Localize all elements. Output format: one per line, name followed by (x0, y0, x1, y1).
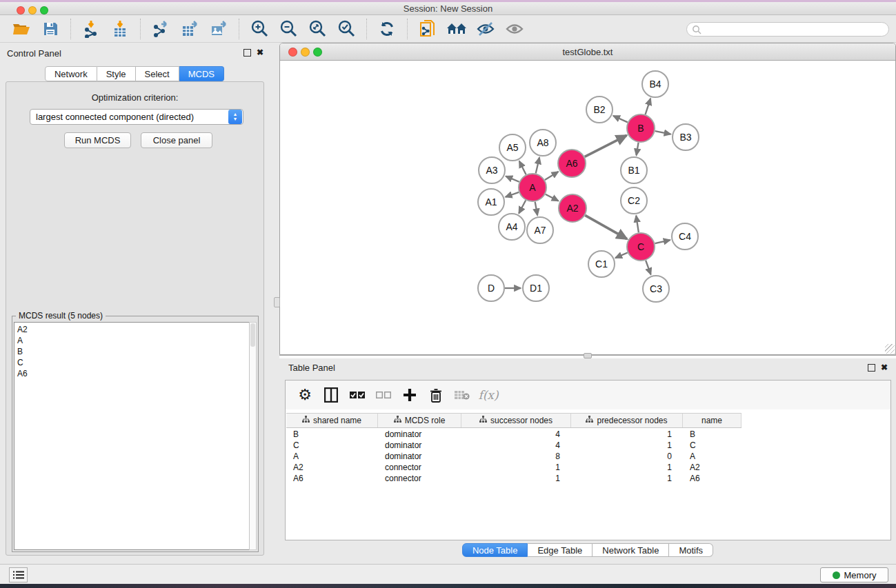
column-header-successor-nodes[interactable]: successor nodes (461, 414, 571, 427)
cell-successor-nodes[interactable]: 1 (461, 473, 571, 484)
cell-MCDS-role[interactable]: connector (378, 473, 461, 484)
column-header-shared-name[interactable]: shared name (286, 414, 378, 427)
network-canvas[interactable]: AA5A8A3A1A4A7A6A2BB2B4B3B1CC2C4C1C3DD1 (281, 61, 895, 354)
edge-B-B1[interactable] (637, 143, 639, 156)
node-C3[interactable]: C3 (643, 276, 669, 302)
node-A5[interactable]: A5 (499, 134, 526, 161)
node-C1[interactable]: C1 (588, 251, 615, 277)
cell-name[interactable]: A6 (683, 473, 741, 484)
tab-network[interactable]: Network (45, 66, 97, 81)
cell-name[interactable]: B (683, 429, 741, 440)
open-folder-icon[interactable] (11, 19, 32, 39)
table-row[interactable]: A6connector11A6 (286, 473, 741, 484)
edge-A-A1[interactable] (506, 192, 519, 197)
vertical-split-handle[interactable] (274, 297, 280, 307)
result-list-item[interactable]: A (17, 335, 250, 346)
save-icon[interactable] (40, 19, 61, 39)
zoom-out-icon[interactable] (278, 19, 299, 39)
edge-A-A2[interactable] (546, 194, 559, 201)
edge-C-C4[interactable] (655, 240, 670, 243)
cell-predecessor-nodes[interactable]: 1 (571, 429, 683, 440)
node-B1[interactable]: B1 (621, 157, 647, 183)
zoom-selected-icon[interactable] (336, 19, 357, 39)
node-B3[interactable]: B3 (673, 124, 699, 150)
mcds-result-list[interactable]: A2ABCA6 (14, 322, 250, 550)
node-A2[interactable]: A2 (559, 194, 586, 222)
cell-predecessor-nodes[interactable]: 1 (571, 462, 683, 473)
cell-shared-name[interactable]: C (286, 440, 378, 451)
edge-C-C3[interactable] (646, 261, 650, 275)
task-history-button[interactable] (9, 567, 28, 582)
edge-B-B4[interactable] (646, 99, 651, 114)
cell-predecessor-nodes[interactable]: 0 (571, 451, 683, 462)
result-list-item[interactable]: B (17, 346, 250, 357)
tab-style[interactable]: Style (97, 66, 136, 81)
run-mcds-button[interactable]: Run MCDS (64, 132, 131, 148)
tab-mcds[interactable]: MCDS (179, 66, 224, 81)
cell-shared-name[interactable]: A (286, 451, 378, 462)
table-row[interactable]: A2connector11A2 (286, 462, 741, 473)
cell-MCDS-role[interactable]: dominator (378, 429, 461, 440)
float-table-panel-icon[interactable] (868, 364, 875, 372)
edge-A-A3[interactable] (506, 176, 519, 182)
node-C2[interactable]: C2 (621, 187, 647, 214)
gear-icon[interactable]: ⚙ (295, 385, 315, 405)
node-C4[interactable]: C4 (672, 223, 698, 250)
node-A4[interactable]: A4 (499, 214, 525, 240)
edge-B-B3[interactable] (655, 131, 671, 134)
cell-shared-name[interactable]: A6 (286, 473, 378, 484)
import-network-icon[interactable] (81, 19, 101, 39)
node-B[interactable]: B (627, 114, 655, 142)
column-icon[interactable] (321, 385, 341, 405)
node-A[interactable]: A (519, 174, 546, 201)
edge-A-A6[interactable] (545, 172, 559, 180)
export-table-icon[interactable] (179, 19, 200, 39)
node-A6[interactable]: A6 (558, 150, 586, 177)
zoom-fit-icon[interactable] (307, 19, 328, 39)
close-panel-icon[interactable]: ✖ (257, 49, 263, 57)
tab-select[interactable]: Select (136, 66, 179, 81)
edge-A-A5[interactable] (519, 161, 526, 175)
deselect-all-icon[interactable] (374, 385, 393, 405)
table-row[interactable]: Bdominator41B (286, 429, 741, 440)
column-header-name[interactable]: name (683, 414, 741, 427)
cell-MCDS-role[interactable]: dominator (378, 440, 461, 451)
edge-A-A7[interactable] (535, 202, 537, 216)
cell-successor-nodes[interactable]: 1 (461, 462, 571, 473)
cell-successor-nodes[interactable]: 4 (461, 440, 571, 451)
select-all-icon[interactable] (348, 385, 367, 405)
node-A8[interactable]: A8 (530, 130, 556, 156)
add-icon[interactable] (400, 385, 419, 405)
column-header-MCDS-role[interactable]: MCDS role (378, 414, 461, 427)
window-resize-grip[interactable] (885, 344, 895, 354)
edge-A-A8[interactable] (536, 157, 539, 173)
export-image-icon[interactable] (208, 19, 229, 39)
result-list-item[interactable]: A2 (17, 324, 250, 335)
close-table-panel-icon[interactable]: ✖ (881, 364, 888, 372)
node-C[interactable]: C (627, 233, 655, 261)
node-B2[interactable]: B2 (586, 97, 613, 123)
result-list-item[interactable]: C (17, 357, 250, 368)
horizontal-split-handle[interactable] (584, 353, 592, 358)
cell-successor-nodes[interactable]: 4 (461, 429, 571, 440)
cell-predecessor-nodes[interactable]: 1 (571, 440, 683, 451)
node-A7[interactable]: A7 (527, 217, 553, 243)
refresh-icon[interactable] (377, 19, 397, 39)
edge-A2-C[interactable] (585, 215, 627, 239)
cell-name[interactable]: A (683, 451, 741, 462)
home-layout-icon[interactable] (446, 19, 467, 39)
cell-MCDS-role[interactable]: dominator (378, 451, 461, 462)
delete-icon[interactable] (426, 385, 446, 405)
cell-successor-nodes[interactable]: 8 (461, 451, 571, 462)
tab-edge-table[interactable]: Edge Table (528, 543, 593, 557)
node-A3[interactable]: A3 (479, 157, 505, 183)
result-scrollbar[interactable] (249, 322, 257, 550)
zoom-in-icon[interactable] (249, 19, 270, 39)
edge-C-C1[interactable] (615, 252, 628, 258)
cell-MCDS-role[interactable]: connector (378, 462, 461, 473)
show-all-eye-icon[interactable] (504, 19, 525, 39)
edge-A-A4[interactable] (519, 201, 526, 214)
close-panel-button[interactable]: Close panel (141, 132, 212, 148)
node-B4[interactable]: B4 (642, 71, 668, 97)
node-A1[interactable]: A1 (478, 189, 504, 215)
